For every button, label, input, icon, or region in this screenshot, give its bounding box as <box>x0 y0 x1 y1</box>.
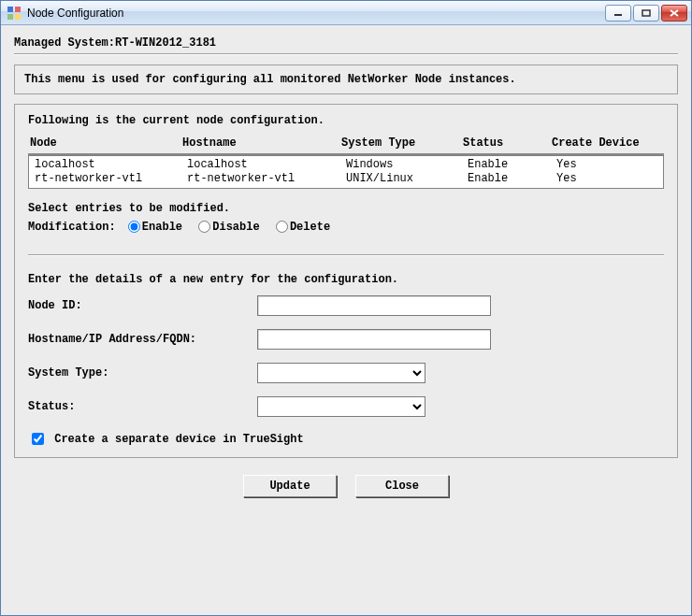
cell-create-device: Yes <box>556 158 659 172</box>
hostname-input[interactable] <box>257 329 491 350</box>
managed-system-label: Managed System: <box>14 36 115 50</box>
config-intro: Following is the current node configurat… <box>28 114 664 127</box>
create-device-checkbox-label[interactable]: Create a separate device in TrueSight <box>54 433 303 446</box>
new-entry-intro: Enter the details of a new entry for the… <box>28 273 664 286</box>
col-node: Node <box>28 136 182 150</box>
minimize-button[interactable] <box>605 5 631 21</box>
update-button[interactable]: Update <box>243 475 337 497</box>
radio-disable-label: Disable <box>212 221 259 234</box>
titlebar: Node Configuration <box>1 1 691 25</box>
cell-status: Enable <box>468 158 556 172</box>
cell-status: Enable <box>468 172 556 186</box>
managed-system-value: RT-WIN2012_3181 <box>115 36 216 50</box>
description-panel: This menu is used for configuring all mo… <box>14 64 678 94</box>
table-row[interactable]: rt-networker-vtl rt-networker-vtl UNIX/L… <box>33 172 659 186</box>
table-row[interactable]: localhost localhost Windows Enable Yes <box>33 158 659 172</box>
col-hostname: Hostname <box>182 136 341 150</box>
svg-rect-5 <box>642 10 650 16</box>
close-window-button[interactable] <box>661 5 687 21</box>
configuration-panel: Following is the current node configurat… <box>14 104 678 458</box>
maximize-button[interactable] <box>633 5 659 21</box>
radio-enable-label: Enable <box>142 221 182 234</box>
svg-rect-2 <box>7 14 13 20</box>
client-area: Managed System:RT-WIN2012_3181 This menu… <box>1 25 691 615</box>
cell-system-type: UNIX/Linux <box>346 172 468 186</box>
radio-disable[interactable] <box>198 221 210 233</box>
table-header: Node Hostname System Type Status Create … <box>28 136 664 155</box>
app-icon <box>7 6 22 21</box>
divider <box>28 254 664 256</box>
modification-label: Modification: <box>28 221 116 234</box>
cell-system-type: Windows <box>346 158 468 172</box>
col-create-device: Create Device <box>552 136 664 150</box>
modification-row: Modification: Enable Disable Delete <box>28 221 664 234</box>
cell-create-device: Yes <box>556 172 659 186</box>
cell-hostname: localhost <box>187 158 346 172</box>
radio-enable[interactable] <box>128 221 140 233</box>
create-device-checkbox[interactable] <box>32 433 44 445</box>
svg-rect-0 <box>7 7 13 12</box>
status-label: Status: <box>28 400 257 413</box>
status-select[interactable] <box>257 396 425 417</box>
node-id-input[interactable] <box>257 295 491 316</box>
node-configuration-window: Node Configuration Managed System:RT-WIN… <box>0 0 692 616</box>
col-status: Status <box>463 136 552 150</box>
select-entries-label: Select entries to be modified. <box>28 202 664 215</box>
radio-delete-label: Delete <box>290 221 330 234</box>
col-system-type: System Type <box>341 136 463 150</box>
svg-rect-3 <box>15 14 21 20</box>
node-table: Node Hostname System Type Status Create … <box>28 136 664 189</box>
system-type-select[interactable] <box>257 363 425 383</box>
button-row: Update Close <box>14 475 678 497</box>
close-button[interactable]: Close <box>355 475 449 497</box>
cell-node: localhost <box>33 158 187 172</box>
divider <box>14 53 678 55</box>
system-type-label: System Type: <box>28 366 257 380</box>
cell-hostname: rt-networker-vtl <box>187 172 346 186</box>
managed-system-line: Managed System:RT-WIN2012_3181 <box>14 36 678 50</box>
description-text: This menu is used for configuring all mo… <box>24 73 516 86</box>
radio-delete[interactable] <box>276 221 288 233</box>
cell-node: rt-networker-vtl <box>33 172 187 186</box>
svg-rect-1 <box>15 7 21 12</box>
table-body[interactable]: localhost localhost Windows Enable Yes r… <box>28 155 664 189</box>
window-title: Node Configuration <box>27 7 605 20</box>
node-id-label: Node ID: <box>28 299 257 312</box>
hostname-label: Hostname/IP Address/FQDN: <box>28 333 257 346</box>
